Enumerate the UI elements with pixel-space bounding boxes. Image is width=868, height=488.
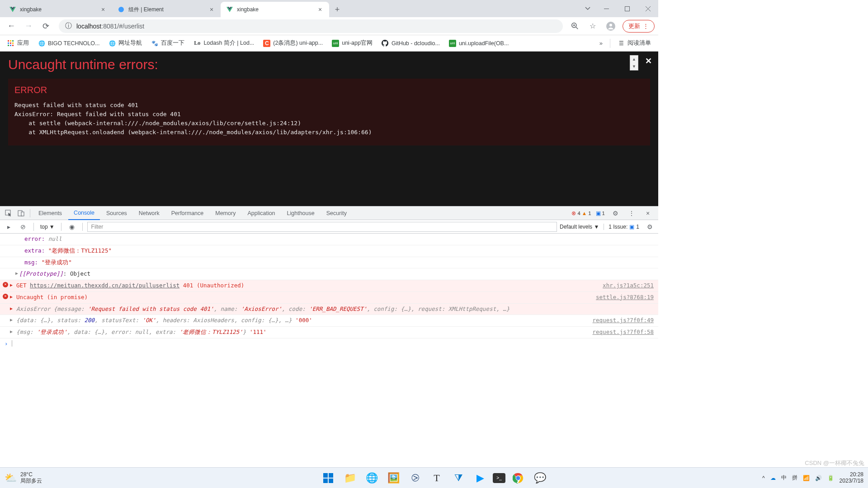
tab-elements[interactable]: Elements bbox=[33, 206, 67, 220]
tab-performance[interactable]: Performance bbox=[166, 206, 209, 220]
source-link[interactable]: xhr.js?1a5c:251 bbox=[595, 282, 654, 290]
bookmark-item[interactable]: GitHub - dcloudio... bbox=[378, 38, 443, 49]
back-button[interactable]: ← bbox=[4, 19, 19, 34]
svg-rect-7 bbox=[10, 40, 11, 42]
svg-rect-11 bbox=[12, 42, 14, 44]
console-settings-icon[interactable]: ⚙ bbox=[644, 221, 656, 233]
error-box: ERROR Request failed with status code 40… bbox=[8, 79, 650, 145]
console-line: ▶[[Prototype]]: Object bbox=[0, 268, 658, 280]
tab-sources[interactable]: Sources bbox=[101, 206, 132, 220]
console-error-line: ▶AxiosError {message: 'Request failed wi… bbox=[0, 304, 658, 315]
uniapp-icon: uni bbox=[332, 40, 339, 47]
tab-network[interactable]: Network bbox=[133, 206, 165, 220]
tab-console[interactable]: Console bbox=[68, 206, 100, 220]
new-tab-button[interactable]: + bbox=[331, 3, 344, 16]
error-icon: × bbox=[3, 294, 8, 299]
error-stack-trace: Request failed with status code 401 Axio… bbox=[14, 101, 644, 137]
issues-button[interactable]: 1 Issue: ▣1 bbox=[604, 224, 639, 230]
zoom-icon[interactable] bbox=[568, 20, 581, 33]
svg-point-0 bbox=[118, 7, 124, 12]
divider bbox=[610, 39, 610, 48]
source-link[interactable]: request.js?7f0f:58 bbox=[585, 328, 654, 337]
bookmark-item[interactable]: 🐾百度一下 bbox=[147, 37, 188, 49]
uniapp-icon: uni bbox=[449, 40, 456, 47]
error-count-badge[interactable]: ⊗4 ▲1 bbox=[571, 210, 591, 216]
profile-icon[interactable] bbox=[604, 20, 617, 33]
svg-rect-12 bbox=[8, 45, 9, 46]
svg-rect-10 bbox=[10, 42, 11, 44]
apps-shortcut[interactable]: 应用 bbox=[4, 37, 33, 49]
tab-application[interactable]: Application bbox=[242, 206, 280, 220]
console-prompt[interactable]: › bbox=[0, 338, 658, 349]
bookmark-item[interactable]: C(2条消息) uni-app... bbox=[259, 37, 326, 49]
browser-tab-1[interactable]: 组件 | Element × bbox=[112, 2, 221, 17]
vue-favicon bbox=[226, 6, 233, 13]
browser-tab-2[interactable]: xingbake × bbox=[221, 2, 329, 17]
close-icon[interactable]: × bbox=[316, 6, 324, 13]
reading-list-button[interactable]: ☰阅读清单 bbox=[614, 37, 655, 49]
bookmark-item[interactable]: 🌐BIGO TECHNOLO... bbox=[34, 38, 103, 49]
svg-rect-2 bbox=[625, 6, 629, 11]
tab-title: xingbake bbox=[20, 6, 96, 13]
toggle-sidebar-icon[interactable]: ▸ bbox=[3, 221, 14, 233]
tab-lighthouse[interactable]: Lighthouse bbox=[282, 206, 320, 220]
log-levels-dropdown[interactable]: Default levels ▼ bbox=[560, 224, 599, 230]
tab-security[interactable]: Security bbox=[321, 206, 352, 220]
bookmarks-overflow[interactable]: » bbox=[596, 40, 606, 47]
devtools-tabs: Elements Console Sources Network Perform… bbox=[0, 206, 658, 220]
overlay-scrollbar[interactable]: ▲▼ bbox=[630, 55, 638, 70]
settings-gear-icon[interactable]: ⚙ bbox=[609, 207, 621, 219]
lodash-icon: Lo bbox=[193, 40, 201, 47]
reload-button[interactable]: ⟳ bbox=[38, 19, 53, 34]
site-info-icon[interactable]: ⓘ bbox=[65, 22, 72, 30]
forward-button[interactable]: → bbox=[21, 19, 36, 34]
bookmark-item[interactable]: uniuni.uploadFile(OB... bbox=[445, 38, 512, 49]
source-link[interactable]: settle.js?8768:19 bbox=[589, 293, 654, 302]
browser-tab-0[interactable]: xingbake × bbox=[4, 2, 112, 17]
device-toggle-icon[interactable] bbox=[15, 207, 27, 219]
prompt-chevron-icon: › bbox=[5, 340, 8, 347]
url-input[interactable]: ⓘ localhost:8081/#/userlist bbox=[59, 19, 563, 33]
runtime-error-overlay: ✕ ▲▼ Uncaught runtime errors: ERROR Requ… bbox=[0, 52, 658, 206]
bookmark-item[interactable]: LoLodash 简介 | Lod... bbox=[190, 37, 258, 49]
context-selector[interactable]: top▼ bbox=[38, 223, 57, 231]
update-button[interactable]: 更新⋮ bbox=[623, 20, 655, 33]
csdn-icon: C bbox=[263, 40, 270, 47]
vue-favicon bbox=[9, 6, 16, 13]
console-line: ▶{msg: '登录成功', data: {…}, error: null, e… bbox=[0, 327, 658, 338]
baidu-icon: 🐾 bbox=[151, 40, 158, 47]
bookmark-item[interactable]: 🌐网址导航 bbox=[105, 37, 146, 49]
tab-bar: xingbake × 组件 | Element × xingbake × + bbox=[0, 0, 658, 17]
window-close-button[interactable] bbox=[637, 0, 658, 17]
page-viewport: 星巴克后台管理系统 数据分析 商品列表 菜品管理 员工管理 日期 姓名 地址 地… bbox=[0, 52, 658, 206]
tab-memory[interactable]: Memory bbox=[210, 206, 241, 220]
filter-input[interactable]: Filter bbox=[87, 222, 557, 232]
close-icon[interactable]: × bbox=[208, 6, 215, 13]
menu-dots-icon: ⋮ bbox=[643, 23, 649, 29]
overlay-close-button[interactable]: ✕ bbox=[645, 56, 652, 66]
source-link[interactable]: request.js?7f0f:49 bbox=[585, 316, 654, 325]
live-expression-icon[interactable]: ◉ bbox=[66, 221, 78, 233]
info-count-badge[interactable]: ▣1 bbox=[596, 210, 605, 216]
bookmark-star-icon[interactable]: ☆ bbox=[586, 20, 599, 33]
tab-dropdown[interactable] bbox=[580, 0, 596, 17]
console-toolbar: ▸ ⊘ top▼ ◉ Filter Default levels ▼ 1 Iss… bbox=[0, 220, 658, 234]
clear-console-icon[interactable]: ⊘ bbox=[17, 221, 29, 233]
bookmark-item[interactable]: uniuni-app官网 bbox=[328, 37, 376, 49]
maximize-button[interactable] bbox=[617, 0, 637, 17]
minimize-button[interactable] bbox=[596, 0, 617, 17]
console-line: extra: "老师微信：TYLZ1125" bbox=[0, 245, 658, 257]
reading-list-icon: ☰ bbox=[618, 40, 625, 47]
svg-rect-1 bbox=[604, 9, 609, 9]
devtools-close-icon[interactable]: × bbox=[642, 207, 654, 219]
console-line: ▶{data: {…}, status: 200, statusText: 'O… bbox=[0, 315, 658, 327]
more-dots-icon[interactable]: ⋮ bbox=[626, 207, 637, 219]
overlay-title: Uncaught runtime errors: bbox=[8, 57, 650, 72]
globe-icon: 🌐 bbox=[108, 40, 116, 47]
svg-point-5 bbox=[609, 23, 612, 26]
close-icon[interactable]: × bbox=[99, 6, 107, 13]
github-icon bbox=[382, 40, 389, 47]
inspect-element-icon[interactable] bbox=[3, 207, 14, 219]
console-line: error: null bbox=[0, 234, 658, 245]
console-output[interactable]: error: null extra: "老师微信：TYLZ1125" msg: … bbox=[0, 234, 658, 349]
